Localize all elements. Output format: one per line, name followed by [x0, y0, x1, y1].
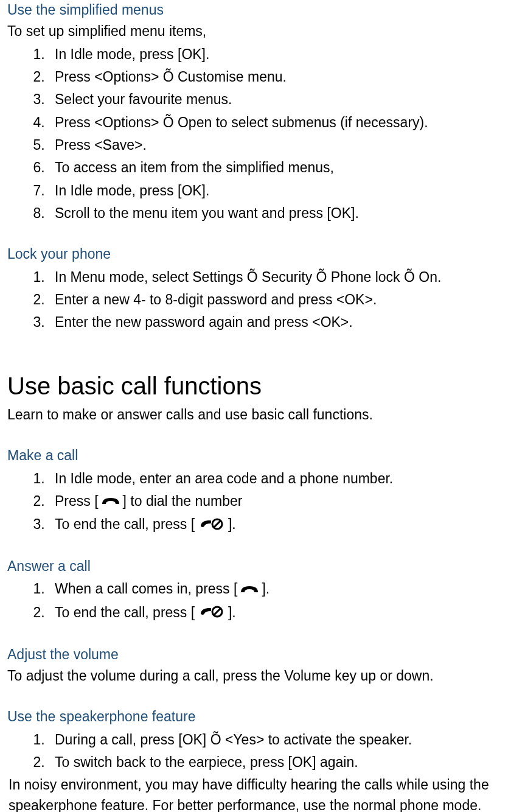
list-lock-phone: In Menu mode, select Settings Õ Security…	[7, 267, 518, 333]
heading-lock-phone: Lock your phone	[7, 244, 518, 264]
heading-answer-a-call: Answer a call	[7, 556, 518, 576]
list-item: In Idle mode, press [OK].	[49, 44, 518, 65]
svg-line-3	[214, 609, 220, 615]
heading-adjust-volume: Adjust the volume	[7, 645, 518, 665]
list-item: In Menu mode, select Settings Õ Security…	[49, 267, 518, 287]
list-item: Enter the new password again and press <…	[49, 312, 518, 332]
text-fragment: When a call comes in, press [	[55, 581, 237, 597]
list-item: Press <Options> Õ Open to select submenu…	[49, 113, 518, 133]
list-make-a-call: In Idle mode, enter an area code and a p…	[7, 469, 518, 536]
text-fragment: To end the call, press [	[55, 516, 199, 532]
end-call-key-icon	[199, 516, 224, 536]
para-adjust-volume: To adjust the volume during a call, pres…	[7, 666, 518, 686]
list-item: Select your favourite menus.	[49, 89, 518, 110]
heading-make-a-call: Make a call	[7, 446, 518, 466]
list-item: In Idle mode, press [OK].	[49, 181, 518, 201]
list-item: During a call, press [OK] Õ <Yes> to act…	[49, 730, 518, 750]
text-fragment: ].	[224, 516, 236, 532]
text-fragment: ] to dial the number	[123, 493, 243, 509]
end-call-key-icon	[199, 603, 224, 623]
list-item: Scroll to the menu item you want and pre…	[49, 203, 518, 223]
list-item: When a call comes in, press [].	[49, 579, 518, 600]
svg-line-1	[214, 521, 220, 527]
list-item: Enter a new 4- to 8-digit password and p…	[49, 290, 518, 310]
text-fragment: Press [	[55, 493, 99, 509]
text-fragment: ].	[224, 604, 236, 620]
intro-basic-call-functions: Learn to make or answer calls and use ba…	[7, 405, 518, 425]
list-item: Press <Options> Õ Customise menu.	[49, 67, 518, 87]
list-item: Press <Save>.	[49, 135, 518, 155]
text-fragment: ].	[262, 581, 269, 597]
heading-speakerphone: Use the speakerphone feature	[7, 707, 518, 727]
text-fragment: To end the call, press [	[55, 604, 199, 620]
call-key-icon	[99, 492, 123, 512]
list-item: To end the call, press [ ].	[49, 603, 518, 624]
list-item: In Idle mode, enter an area code and a p…	[49, 469, 518, 489]
call-key-icon	[237, 580, 262, 600]
list-item: To access an item from the simplified me…	[49, 158, 518, 178]
heading-basic-call-functions: Use basic call functions	[7, 368, 518, 404]
heading-simplified-menus: Use the simplified menus	[7, 0, 518, 20]
list-item: Press [] to dial the number	[49, 491, 518, 513]
list-item: To end the call, press [ ].	[49, 514, 518, 536]
list-answer-a-call: When a call comes in, press []. To end t…	[7, 579, 518, 623]
list-speakerphone: During a call, press [OK] Õ <Yes> to act…	[7, 730, 518, 773]
note-speakerphone: In noisy environment, you may have diffi…	[7, 775, 518, 812]
list-item: To switch back to the earpiece, press [O…	[49, 752, 518, 772]
intro-simplified-menus: To set up simplified menu items,	[7, 21, 518, 41]
list-simplified-menus: In Idle mode, press [OK]. Press <Options…	[7, 44, 518, 224]
